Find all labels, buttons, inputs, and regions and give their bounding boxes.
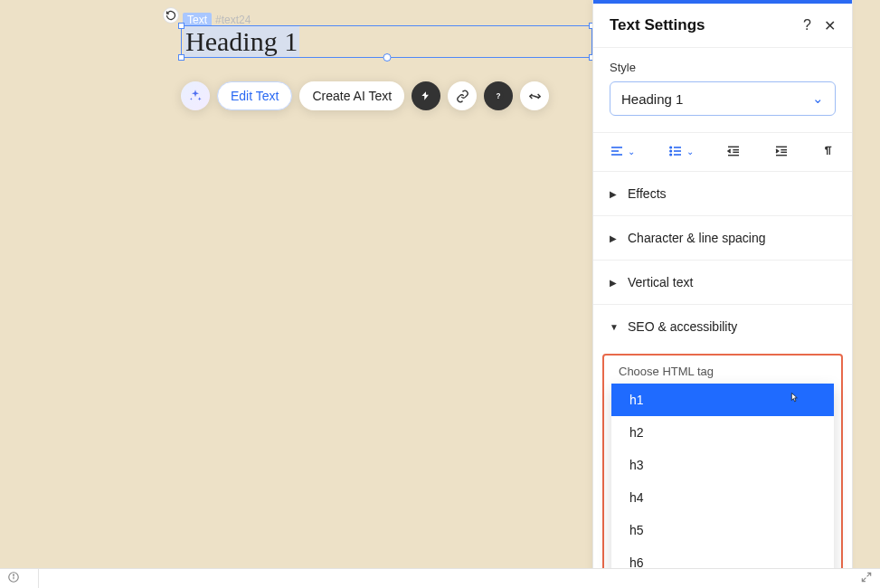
caret-right-icon: ▶	[610, 278, 619, 288]
indent-decrease-button[interactable]	[726, 144, 741, 158]
selected-text-element[interactable]: Text #text24 Heading 1	[181, 25, 592, 58]
panel-close-icon[interactable]: ✕	[824, 17, 836, 34]
html-tag-option-h5[interactable]: h5	[611, 514, 834, 546]
text-settings-panel: Text Settings ? ✕ Style Heading 1 ⌄ ⌄ ⌄	[592, 0, 853, 588]
list-dropdown[interactable]: ⌄	[668, 144, 694, 158]
svg-point-6	[669, 150, 671, 152]
html-tag-option-h3[interactable]: h3	[611, 449, 834, 481]
section-seo[interactable]: ▼ SEO & accessibility	[593, 305, 852, 348]
help-button[interactable]: ?	[484, 81, 513, 110]
chevron-down-icon: ⌄	[628, 147, 635, 156]
info-icon[interactable]	[7, 571, 20, 586]
resize-handle-bm[interactable]	[383, 53, 391, 62]
more-button[interactable]	[520, 81, 549, 110]
svg-point-5	[669, 147, 671, 148]
text-direction-button[interactable]	[821, 144, 836, 158]
section-label: Effects	[628, 186, 667, 201]
format-row: ⌄ ⌄	[593, 133, 852, 172]
status-bar	[0, 568, 880, 588]
animations-button[interactable]	[412, 81, 440, 110]
rotate-handle-icon[interactable]	[163, 7, 179, 24]
style-value: Heading 1	[621, 91, 683, 107]
element-id: #text24	[215, 14, 251, 26]
link-button[interactable]	[448, 81, 477, 110]
section-effects[interactable]: ▶ Effects	[593, 172, 852, 216]
seo-section-body: Choose HTML tag h1 h2 h3 h4 h5 h6	[602, 354, 843, 588]
section-label: SEO & accessibility	[628, 319, 737, 334]
resize-handle-bl[interactable]	[178, 54, 185, 61]
panel-header: Text Settings ? ✕	[593, 4, 852, 48]
cursor-pointer-icon	[787, 392, 801, 409]
svg-point-21	[14, 574, 14, 575]
ai-sparkle-button[interactable]	[181, 81, 210, 110]
edit-text-button[interactable]: Edit Text	[217, 81, 292, 110]
create-ai-text-button[interactable]: Create AI Text	[299, 81, 404, 110]
chevron-down-icon: ⌄	[812, 90, 824, 107]
panel-title: Text Settings	[610, 16, 705, 34]
html-tag-dropdown[interactable]: h1 h2 h3 h4 h5 h6	[611, 384, 834, 579]
style-section: Style Heading 1 ⌄	[593, 48, 852, 133]
floating-toolbar: Edit Text Create AI Text ?	[181, 81, 549, 110]
resize-handle-tl[interactable]	[178, 23, 185, 29]
caret-down-icon: ▼	[610, 322, 619, 332]
section-vertical-text[interactable]: ▶ Vertical text	[593, 261, 852, 305]
svg-point-7	[669, 154, 671, 156]
align-dropdown[interactable]: ⌄	[610, 144, 635, 158]
panel-help-icon[interactable]: ?	[803, 17, 811, 34]
section-label: Vertical text	[628, 275, 693, 289]
text-bounding-box[interactable]: Heading 1	[181, 25, 592, 58]
section-spacing[interactable]: ▶ Character & line spacing	[593, 216, 852, 261]
chevron-down-icon: ⌄	[686, 147, 694, 156]
section-label: Character & line spacing	[628, 231, 766, 245]
html-tag-label: Choose HTML tag	[611, 365, 834, 384]
html-tag-option-h2[interactable]: h2	[611, 416, 834, 449]
html-tag-option-h4[interactable]: h4	[611, 481, 834, 514]
indent-increase-button[interactable]	[774, 144, 789, 158]
style-label: Style	[610, 61, 836, 74]
text-content[interactable]: Heading 1	[184, 26, 299, 57]
caret-right-icon: ▶	[610, 233, 619, 243]
svg-text:?: ?	[497, 92, 501, 100]
style-dropdown[interactable]: Heading 1 ⌄	[610, 81, 836, 116]
html-tag-option-h1[interactable]: h1	[611, 384, 834, 416]
caret-right-icon: ▶	[610, 189, 619, 199]
expand-icon[interactable]	[860, 571, 873, 586]
